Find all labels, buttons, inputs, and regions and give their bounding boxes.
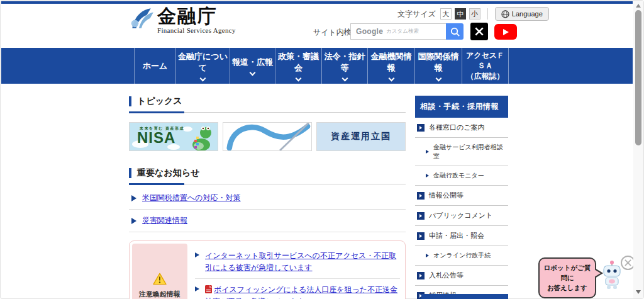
- vertical-scrollbar[interactable]: [633, 1, 643, 298]
- sidebar-item-contact-points[interactable]: 各種窓口のご案内: [415, 118, 508, 138]
- font-size-medium-button[interactable]: 中: [455, 8, 466, 20]
- chevron-down-icon: [250, 70, 256, 76]
- crocodile-mascot-icon: [187, 125, 216, 151]
- divider: [487, 8, 488, 20]
- important-notices-section: 重要なお知らせ 米国関税措置への対応・対策 災害関連情報: [129, 167, 406, 232]
- sidebar-item-user-consultation-office[interactable]: 金融サービス利用者相談室: [415, 138, 508, 166]
- notice-link-disaster-info[interactable]: 災害関連情報: [142, 215, 187, 226]
- search-button[interactable]: [446, 23, 464, 40]
- arrow-right-icon: [195, 286, 199, 291]
- alert-items: インターネット取引サービスへの不正アクセス・不正取引による被害が急増しています …: [187, 244, 402, 299]
- chevron-down-icon: [388, 76, 394, 82]
- topic-banners: 未来を育む 資産形成 NISA: [129, 122, 406, 151]
- square-arrow-icon: [417, 124, 425, 132]
- alert-row: ボイスフィッシングによる法人口座を狙った不正送金被害が再発・急増しています: [195, 278, 400, 299]
- heading-accent-bar: [129, 96, 131, 106]
- search-input[interactable]: Google カスタム検索: [350, 23, 446, 40]
- warning-icon: [153, 273, 167, 285]
- x-social-button[interactable]: [470, 23, 488, 40]
- notice-row: 災害関連情報: [129, 210, 406, 232]
- nav-access-fsa[interactable]: アクセスＦＳＡ （広報誌）: [462, 48, 508, 84]
- swoosh-decoration: [223, 123, 311, 150]
- logo-text: 金融庁 Financial Services Agency: [157, 6, 236, 34]
- youtube-play-icon: [503, 29, 509, 35]
- sidebar-item-bid-announcements[interactable]: 入札公告等: [415, 266, 508, 286]
- font-size-label: 文字サイズ: [397, 9, 436, 20]
- notice-row: 米国関税措置への対応・対策: [129, 187, 406, 210]
- alert-label: 注意喚起情報: [139, 290, 180, 299]
- nisa-title: NISA: [137, 129, 175, 147]
- alert-link-unauthorized-access[interactable]: インターネット取引サービスへの不正アクセス・不正取引による被害が急増しています: [205, 250, 400, 273]
- language-label: Language: [512, 10, 543, 18]
- top-accent-bar: [1, 1, 633, 4]
- asset-banner-title: 資産運用立国: [331, 131, 391, 142]
- sidebar-item-public-comment[interactable]: パブリックコメント: [415, 206, 508, 226]
- banner-nisa[interactable]: 未来を育む 資産形成 NISA: [129, 122, 218, 151]
- topics-heading: トピックス: [129, 96, 406, 107]
- scroll-down-arrow-icon[interactable]: [636, 290, 641, 294]
- arrow-right-icon: [195, 252, 199, 257]
- language-button[interactable]: Language: [495, 7, 549, 21]
- sidebar-heading[interactable]: 相談・手続・採用情報: [415, 96, 508, 118]
- notice-list: 米国関税措置への対応・対策 災害関連情報: [129, 187, 406, 232]
- policy-banner-title: 金融行政方針: [311, 132, 312, 144]
- notice-link-us-tariffs[interactable]: 米国関税措置への対応・対策: [142, 193, 241, 203]
- fsa-homepage: 金融庁 Financial Services Agency 文字サイズ 大 中 …: [0, 0, 644, 299]
- scrollbar-thumb[interactable]: [635, 10, 641, 145]
- nav-international[interactable]: 国際関係情報: [414, 48, 462, 84]
- site-logo[interactable]: 金融庁 Financial Services Agency: [128, 6, 236, 34]
- globe-icon: [501, 10, 509, 18]
- pdf-icon: [205, 285, 212, 293]
- alert-box: 注意喚起情報 インターネット取引サービスへの不正アクセス・不正取引による被害が急…: [129, 240, 406, 299]
- sidebar-item-applications-inquiries[interactable]: 申請・届出・照会: [415, 226, 508, 246]
- banner-asset-management[interactable]: 資産運用立国: [316, 122, 406, 151]
- heading-rule: [129, 184, 406, 184]
- scroll-up-arrow-icon[interactable]: [636, 4, 641, 8]
- square-arrow-icon: [417, 212, 425, 220]
- chatbot-robot-icon[interactable]: [601, 260, 623, 292]
- square-arrow-icon: [417, 192, 425, 200]
- sidebar-item-information-disclosure[interactable]: 情報公開等: [415, 186, 508, 206]
- alert-link-voice-phishing[interactable]: ボイスフィッシングによる法人口座を狙った不正送金被害が再発・急増しています: [205, 284, 400, 299]
- site-subtitle: Financial Services Agency: [157, 26, 236, 34]
- custom-search-watermark: カスタム検索: [386, 28, 419, 35]
- youtube-button[interactable]: [494, 24, 517, 40]
- chevron-down-icon: [341, 76, 348, 82]
- sidebar-bottom-bar: [421, 294, 508, 299]
- nav-about-fsa[interactable]: 金融庁について: [175, 48, 230, 84]
- arrow-right-icon: [131, 218, 136, 224]
- sidebar-item-administration-monitor[interactable]: 金融行政モニター: [415, 166, 508, 186]
- site-title: 金融庁: [157, 6, 236, 26]
- global-nav-items: ホーム 金融庁について 報道・広報 政策・審議会 法令・指針等 金融機関情報: [134, 48, 509, 84]
- nav-policy-councils[interactable]: 政策・審議会: [275, 48, 321, 84]
- chevron-down-icon: [296, 76, 302, 82]
- arrow-right-icon: [426, 150, 429, 154]
- chevron-down-icon: [200, 76, 206, 82]
- sidebar: 相談・手続・採用情報 各種窓口のご案内 金融サービス利用者相談室 金融行政モニタ…: [415, 96, 508, 299]
- nav-laws-guidelines[interactable]: 法令・指針等: [321, 48, 367, 84]
- google-watermark: Google: [356, 27, 383, 36]
- chatbot-speech-bubble[interactable]: ロボットがご質問に お答えします: [538, 257, 596, 298]
- arrow-right-icon: [426, 174, 429, 178]
- heading-accent-bar: [129, 168, 131, 178]
- notices-heading: 重要なお知らせ: [129, 167, 406, 179]
- nav-financial-institutions[interactable]: 金融機関情報: [367, 48, 414, 84]
- nav-home[interactable]: ホーム: [134, 48, 175, 84]
- sidebar-item-online-procedures[interactable]: オンライン行政手続: [415, 246, 508, 266]
- main-content: トピックス 未来を育む 資産形成 NISA: [129, 96, 406, 299]
- square-arrow-icon: [417, 272, 425, 279]
- nav-press-pr[interactable]: 報道・広報: [230, 48, 275, 84]
- alert-label-panel: 注意喚起情報: [132, 244, 187, 299]
- font-size-small-button[interactable]: 小: [469, 8, 480, 20]
- global-nav: ホーム 金融庁について 報道・広報 政策・審議会 法令・指針等 金融機関情報: [1, 48, 633, 84]
- alert-row: インターネット取引サービスへの不正アクセス・不正取引による被害が急増しています: [195, 245, 400, 278]
- heading-rule: [129, 112, 406, 113]
- fsa-logo-icon: [128, 6, 155, 32]
- chevron-down-icon: [435, 76, 441, 82]
- arrow-right-icon: [426, 254, 429, 257]
- close-icon: [625, 259, 631, 266]
- font-size-controls: 文字サイズ 大 中 小 Language: [397, 7, 549, 21]
- font-size-large-button[interactable]: 大: [440, 8, 452, 20]
- square-arrow-icon: [417, 232, 425, 240]
- banner-financial-policy[interactable]: 金融行政方針: [223, 122, 312, 151]
